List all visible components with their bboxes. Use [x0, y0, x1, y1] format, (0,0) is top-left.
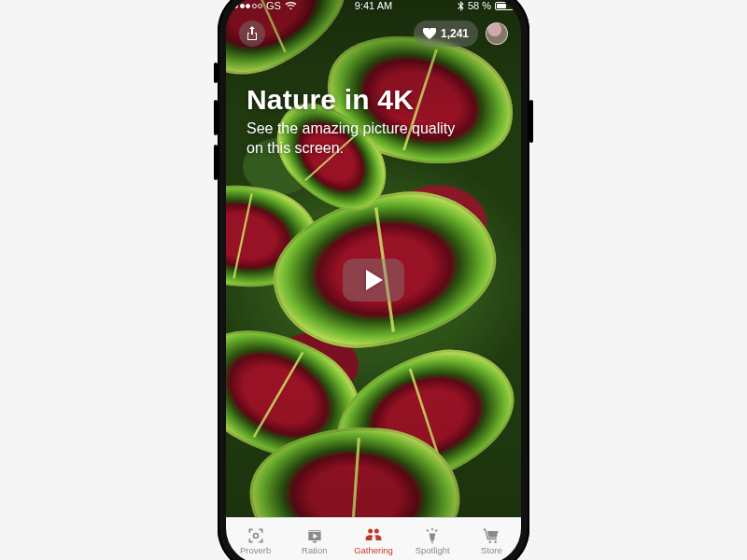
status-bar: GS 9:41 AM 58 % [226, 0, 521, 15]
battery-icon [495, 2, 514, 10]
tab-label: Ration [302, 546, 327, 555]
play-icon [363, 269, 384, 291]
subtitle: See the amazing picture quality on this … [247, 119, 471, 159]
share-button[interactable] [239, 21, 265, 47]
mute-switch[interactable] [214, 63, 218, 83]
tab-store[interactable]: Store [462, 518, 521, 560]
top-actions: 1,241 [226, 21, 521, 47]
like-button[interactable]: 1,241 [414, 21, 478, 47]
tv-icon [304, 526, 325, 545]
signal-dots [233, 4, 262, 8]
like-count: 1,241 [441, 27, 469, 40]
tab-label: Gathering [354, 546, 393, 555]
tab-gathering[interactable]: Gathering [344, 518, 402, 560]
tab-label: Store [481, 546, 502, 555]
spotlight-icon [422, 526, 443, 545]
phone-frame: GS 9:41 AM 58 % [218, 0, 529, 560]
cart-icon [481, 526, 501, 545]
tab-label: Proverb [240, 546, 271, 555]
tab-bar: Proverb Ration Gathering Spotlight Store [226, 517, 521, 560]
group-icon [363, 526, 384, 545]
tab-spotlight[interactable]: Spotlight [403, 518, 462, 560]
volume-down-button[interactable] [214, 145, 218, 180]
headline: Nature in 4K See the amazing picture qua… [247, 84, 500, 159]
power-button[interactable] [529, 100, 533, 143]
carrier-label: GS [266, 0, 281, 11]
clock: 9:41 AM [355, 0, 392, 11]
share-icon [246, 26, 259, 41]
volume-up-button[interactable] [214, 100, 218, 135]
play-button[interactable] [343, 259, 404, 301]
wifi-icon [285, 2, 297, 10]
heart-icon [423, 28, 436, 39]
viewfinder-icon [246, 526, 266, 545]
tab-ration[interactable]: Ration [285, 518, 344, 560]
bluetooth-icon [458, 1, 464, 11]
tab-label: Spotlight [416, 546, 450, 555]
screen: GS 9:41 AM 58 % [226, 0, 521, 560]
tab-proverb[interactable]: Proverb [226, 518, 285, 560]
title: Nature in 4K [247, 84, 500, 116]
avatar[interactable] [486, 22, 508, 45]
battery-pct: 58 % [468, 0, 491, 11]
